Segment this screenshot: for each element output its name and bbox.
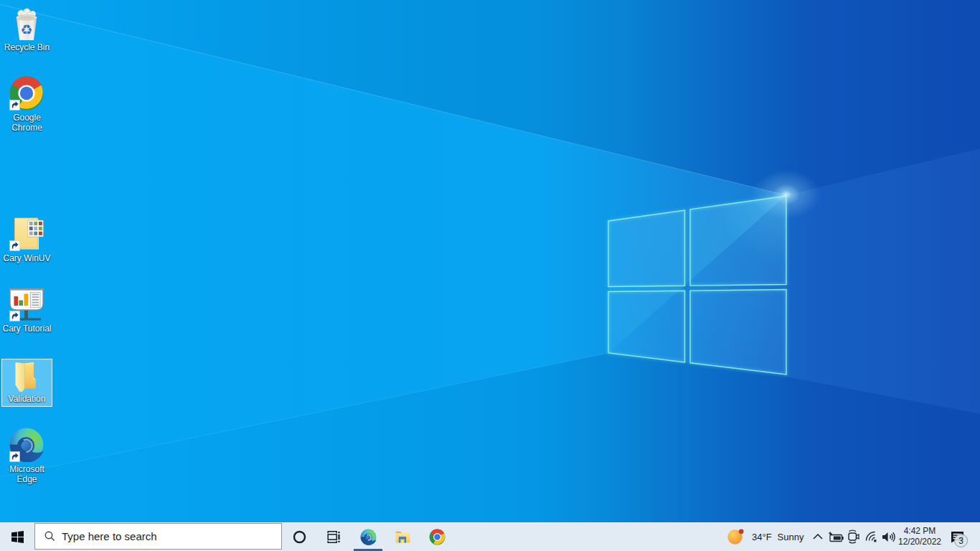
- battery-charging-icon: [828, 531, 844, 542]
- desktop-icon-cary-winuv[interactable]: Cary WinUV: [0, 211, 54, 281]
- taskbar: 34°F Sunny: [0, 522, 980, 551]
- desktop-icon-google-chrome[interactable]: Google Chrome: [0, 70, 54, 141]
- wallpaper-windows-logo: [608, 196, 786, 375]
- weather-widget[interactable]: 34°F Sunny: [722, 522, 809, 551]
- taskbar-file-explorer-button[interactable]: [385, 522, 420, 551]
- icon-label: Cary Tutorial: [0, 324, 58, 334]
- google-chrome-icon: [428, 528, 446, 546]
- desktop-icon-column: ♻ Recycle Bin Google Ch: [0, 0, 55, 522]
- desktop-icon-microsoft-edge[interactable]: Microsoft Edge: [0, 422, 54, 492]
- icon-label: Microsoft Edge: [0, 464, 58, 484]
- icon-label: Recycle Bin: [0, 42, 58, 52]
- taskbar-search[interactable]: [34, 523, 282, 550]
- volume-status[interactable]: [880, 522, 898, 551]
- start-button[interactable]: [0, 522, 34, 551]
- cortana-button[interactable]: [282, 522, 316, 551]
- validation-folder-icon: [9, 357, 44, 392]
- search-input[interactable]: [62, 530, 241, 542]
- recycle-bin-icon: ♻: [9, 6, 44, 40]
- icon-label: Validation: [0, 394, 58, 404]
- show-hidden-icons-button[interactable]: [809, 522, 826, 551]
- network-status[interactable]: [862, 522, 880, 551]
- meet-now-camera-icon: [847, 529, 860, 544]
- shortcut-arrow-overlay: [9, 311, 20, 321]
- icon-label: Cary WinUV: [0, 253, 58, 263]
- shortcut-arrow-overlay: [9, 100, 20, 110]
- wifi-icon: [864, 530, 877, 543]
- microsoft-edge-icon: [359, 528, 377, 546]
- desktop-icon-validation[interactable]: Validation: [0, 352, 54, 422]
- task-view-icon: [327, 531, 340, 543]
- taskbar-chrome-button[interactable]: [420, 522, 454, 551]
- icon-label: Google Chrome: [0, 113, 58, 133]
- meet-now-button[interactable]: [845, 522, 862, 551]
- sun-icon: [727, 528, 744, 545]
- shortcut-arrow-overlay: [9, 240, 20, 251]
- desktop-icon-recycle-bin[interactable]: ♻ Recycle Bin: [0, 0, 54, 70]
- shortcut-arrow-overlay: [9, 451, 20, 462]
- search-icon: [44, 531, 55, 542]
- windows-desktop: ♻ Recycle Bin Google Ch: [0, 0, 980, 551]
- clock-time: 4:42 PM: [904, 526, 936, 537]
- file-explorer-icon: [394, 528, 412, 546]
- task-view-button[interactable]: [316, 522, 351, 551]
- desktop-icon-cary-tutorial[interactable]: Cary Tutorial: [0, 281, 54, 352]
- notification-badge: 3: [954, 534, 968, 547]
- wallpaper: [0, 0, 980, 522]
- cortana-icon: [293, 530, 306, 544]
- weather-temperature: 34°F: [752, 532, 772, 542]
- clock-date: 12/20/2022: [898, 537, 941, 547]
- taskbar-clock[interactable]: 4:42 PM 12/20/2022: [898, 522, 941, 551]
- svg-text:♻: ♻: [20, 22, 32, 37]
- taskbar-edge-button[interactable]: [351, 522, 385, 551]
- weather-condition: Sunny: [778, 532, 804, 542]
- battery-status[interactable]: [826, 522, 845, 551]
- speaker-icon: [882, 531, 896, 543]
- chevron-up-icon: [813, 534, 823, 540]
- windows-start-icon: [11, 531, 24, 543]
